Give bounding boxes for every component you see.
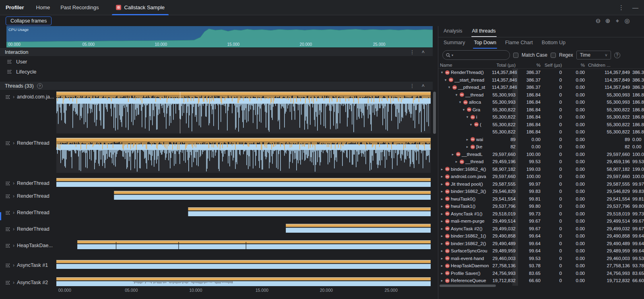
table-row[interactable]: ▸mwai890.0000.00890.00 xyxy=(438,136,644,143)
tree-chevron-icon[interactable]: ▸ xyxy=(451,151,455,158)
thread-label[interactable]: ›RenderThread xyxy=(0,178,55,188)
table-hscrollbar[interactable] xyxy=(440,285,496,287)
tree-chevron-icon[interactable]: ▸ xyxy=(440,247,444,255)
tab-all-threads[interactable]: All threads xyxy=(472,28,496,37)
table-row[interactable]: ▸mbinder:16862_2()29,490,48999.6400.0029… xyxy=(438,240,644,248)
cpu-usage-chart[interactable]: CPU Usage 00.00005.00010.00015.00020.000… xyxy=(6,26,433,47)
thread-track[interactable] xyxy=(56,260,431,269)
zoom-to-selection-icon[interactable]: ⌖ xyxy=(614,17,621,25)
help-icon[interactable]: ? xyxy=(614,52,620,58)
thread-chevron-icon[interactable]: › xyxy=(13,262,14,268)
thread-track[interactable] xyxy=(56,277,431,286)
thread-track[interactable] xyxy=(56,224,431,233)
minimize-icon[interactable]: — xyxy=(632,4,638,11)
tree-chevron-icon[interactable]: ▾ xyxy=(440,69,444,76)
table-row[interactable]: ▸mbinder:16862_4()58,907,182199.0300.005… xyxy=(438,166,644,173)
column-total[interactable]: Total (µs) xyxy=(492,61,517,69)
table-row[interactable]: ▸mmali-event-hand29,460,00399.5300.0029,… xyxy=(438,255,644,262)
tab-analysis[interactable]: Analysis xyxy=(444,28,462,37)
thread-chevron-icon[interactable]: › xyxy=(13,193,14,199)
thread-label[interactable]: ›RenderThread xyxy=(0,207,55,218)
table-row[interactable]: ▸mProfile Saver()24,756,99383.6500.0024,… xyxy=(438,270,644,277)
collapse-frames-button[interactable]: Collapse frames xyxy=(6,16,52,25)
table-row[interactable]: ▸mSurfaceSyncGrou29,489,95999.6400.0029,… xyxy=(438,247,644,255)
threads-kebab-icon[interactable]: ⋮ xyxy=(409,83,415,89)
tree-chevron-icon[interactable]: ▸ xyxy=(440,166,444,173)
tree-chevron-icon[interactable]: ▾ xyxy=(469,121,473,129)
threads-scrollbar[interactable] xyxy=(433,92,436,134)
thread-label[interactable]: ›AsyncTask #2 xyxy=(0,277,55,288)
thread-chevron-icon[interactable]: › xyxy=(13,140,14,146)
kebab-menu-icon[interactable]: ⋮ xyxy=(618,4,624,11)
thread-chevron-icon[interactable]: › xyxy=(13,210,14,215)
nav-item-home[interactable]: Home xyxy=(36,4,50,10)
search-input[interactable] xyxy=(454,52,506,58)
tree-chevron-icon[interactable]: ▸ xyxy=(440,188,444,195)
table-row[interactable]: ▸mandroid.com.java29,597,660100.0000.002… xyxy=(438,173,644,180)
tree-chevron-icon[interactable]: ▸ xyxy=(440,173,444,180)
tree-chevron-icon[interactable]: ▸ xyxy=(465,143,469,151)
tree-chevron-icon[interactable]: ▸ xyxy=(465,136,469,143)
table-row[interactable]: ▸mbinder:16862_3()29,546,82999.8300.0029… xyxy=(438,188,644,195)
tree-chevron-icon[interactable]: ▾ xyxy=(462,106,466,114)
table-row[interactable]: ▸mAsyncTask #2()29,499,03299.6700.0029,4… xyxy=(438,225,644,233)
search-options-caret-icon[interactable]: ▾ xyxy=(452,53,453,57)
tree-chevron-icon[interactable]: ▸ xyxy=(440,203,444,210)
column-total-pct[interactable]: % xyxy=(517,61,542,69)
interaction-row[interactable]: Lifecycle xyxy=(0,67,433,77)
table-row[interactable]: ▸mHeapTaskDaemon27,758,13693.7800.0027,7… xyxy=(438,262,644,270)
column-self-pct[interactable]: % xyxy=(563,61,586,69)
thread-label[interactable]: ›AsyncTask #1 xyxy=(0,260,55,270)
tree-chevron-icon[interactable]: ▸ xyxy=(440,217,444,225)
thread-track[interactable] xyxy=(56,138,431,173)
tree-chevron-icon[interactable]: ▸ xyxy=(440,255,444,262)
table-row[interactable]: ▾m(55,300,822186.8400.0055,300,822186.84 xyxy=(438,121,644,129)
thread-label[interactable]: ›RenderThread xyxy=(0,224,55,234)
threads-help-icon[interactable]: ? xyxy=(37,83,43,89)
tree-chevron-icon[interactable]: ▸ xyxy=(440,210,444,218)
table-row[interactable]: ▸mhwuiTask0()29,541,55499.8100.0029,541,… xyxy=(438,195,644,203)
tree-chevron-icon[interactable]: ▸ xyxy=(440,195,444,203)
tree-chevron-icon[interactable]: ▸ xyxy=(440,277,444,285)
interaction-row[interactable]: User xyxy=(0,57,433,67)
tree-chevron-icon[interactable]: ▸ xyxy=(440,240,444,248)
column-self[interactable]: Self (µs) xyxy=(542,61,563,69)
table-row[interactable]: ▾m__start_thread114,357,849386.3700.0011… xyxy=(438,76,644,84)
reset-zoom-icon[interactable]: ◎ xyxy=(624,17,630,25)
table-row[interactable]: ▸m__thread29,459,19699.5300.0029,459,196… xyxy=(438,158,644,166)
tree-chevron-icon[interactable]: ▸ xyxy=(440,232,444,240)
thread-track[interactable] xyxy=(56,191,431,200)
table-row[interactable]: ▾m__pthread_st114,357,849386.3700.00114,… xyxy=(438,84,644,91)
match-case-checkbox[interactable] xyxy=(513,53,518,58)
thread-chevron-icon[interactable]: › xyxy=(13,94,14,100)
tree-chevron-icon[interactable]: ▸ xyxy=(440,180,444,188)
thread-chevron-icon[interactable]: › xyxy=(13,280,14,285)
subtab-summary[interactable]: Summary xyxy=(444,40,465,49)
thread-track[interactable] xyxy=(56,178,431,187)
tree-chevron-icon[interactable]: ▾ xyxy=(454,91,458,99)
table-row[interactable]: ▸mJit thread pool()29,587,55599.9700.002… xyxy=(438,180,644,188)
search-field[interactable]: ▾ xyxy=(442,50,510,60)
thread-chevron-icon[interactable]: › xyxy=(13,243,14,248)
table-row[interactable]: ▸m[ke820.0000.00820.00 xyxy=(438,143,644,151)
table-row[interactable]: ▾mi55,300,822186.8400.0055,300,822186.84 xyxy=(438,113,644,121)
thread-label[interactable]: ›RenderThread xyxy=(0,191,55,201)
table-row[interactable]: ▾malloca55,300,993186.8400.0055,300,9931… xyxy=(438,98,644,106)
tree-chevron-icon[interactable]: ▸ xyxy=(454,158,458,166)
table-row[interactable]: ▸mmali-mem-purge29,499,51499.6700.0029,4… xyxy=(438,217,644,225)
subtab-top-down[interactable]: Top Down xyxy=(474,40,496,49)
table-row[interactable]: ▾m__thread55,300,993186.8400.0055,300,99… xyxy=(438,91,644,99)
interaction-collapse-icon[interactable]: ˄ xyxy=(421,49,425,55)
zoom-in-icon[interactable]: ⊕ xyxy=(605,17,611,25)
table-row[interactable]: 55,300,822186.8400.0055,300,822186.84 xyxy=(438,128,644,136)
thread-label[interactable]: ›HeapTaskDae... xyxy=(0,240,55,251)
table-row[interactable]: ▾mRenderThread()114,357,849386.3700.0011… xyxy=(438,69,644,76)
table-row[interactable]: ▾mGra55,300,822186.8400.0055,300,822186.… xyxy=(438,106,644,114)
table-row[interactable]: ▸mhwuiTask1()29,537,79699.8000.0029,537,… xyxy=(438,203,644,210)
thread-chevron-icon[interactable]: › xyxy=(13,180,14,186)
regex-checkbox[interactable] xyxy=(551,53,556,58)
tree-chevron-icon[interactable]: ▾ xyxy=(465,113,469,121)
subtab-flame-chart[interactable]: Flame Chart xyxy=(505,40,533,49)
tree-chevron-icon[interactable]: ▾ xyxy=(444,76,448,84)
nav-item-past-recordings[interactable]: Past Recordings xyxy=(60,4,99,10)
